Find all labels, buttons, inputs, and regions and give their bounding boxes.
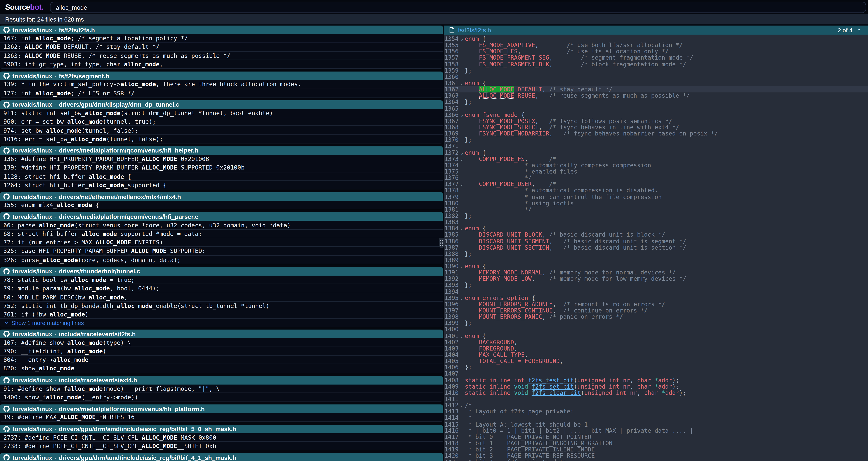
preview-file-link[interactable]: fs/f2fs/f2fs.h — [458, 27, 491, 33]
matching-line[interactable]: 761: if (!bw_alloc_mode) — [0, 310, 443, 319]
code-line: 1421 * bit 4- f2fs_private_data — [444, 459, 868, 461]
code-line: 1411 — [444, 396, 868, 402]
fold-chevron-icon[interactable]: ⌄ — [459, 36, 465, 42]
file-header[interactable]: torvalds/linux·include/trace/events/f2fs… — [0, 330, 443, 338]
matching-line[interactable]: 3903: int gc_type, int type, char alloc_… — [0, 60, 443, 69]
matching-line[interactable]: 974: set_bw_alloc_mode(tunnel, false); — [0, 126, 443, 135]
file-header[interactable]: torvalds/linux·drivers/media/platform/qc… — [0, 146, 443, 155]
code-text: ALLOC_MODE_REUSE, /* reuse segments as m… — [465, 93, 868, 99]
line-number: 1404 — [444, 352, 459, 358]
sourcebot-logo[interactable]: Sourcebot. — [5, 3, 43, 11]
matching-line[interactable]: 155: enum mlx4_alloc_mode { — [0, 201, 443, 209]
file-header[interactable]: torvalds/linux·drivers/gpu/drm/amd/inclu… — [0, 425, 443, 433]
matching-line[interactable]: 72: if (num_entries > MAX_ALLOC_MODE_ENT… — [0, 238, 443, 247]
matching-line[interactable]: 790: __field(int, alloc_mode) — [0, 347, 443, 355]
file-header[interactable]: torvalds/linux·drivers/media/platform/qc… — [0, 405, 443, 413]
code-line: 1371 — [444, 143, 868, 149]
file-header[interactable]: torvalds/linux·drivers/thunderbolt/tunne… — [0, 267, 443, 276]
code-line: 1374 * automatically compress compressio… — [444, 162, 868, 168]
code-line: 1419 * bit 2 PAGE_PRIVATE_INLINE_INODE — [444, 446, 868, 453]
fold-gutter — [459, 345, 465, 352]
code-text: MEMORY_MODE_LOW, /* memory mode for low … — [465, 276, 868, 282]
matching-line[interactable]: 752: static int tb_dp_bandwidth_alloc_mo… — [0, 302, 443, 310]
fold-chevron-icon[interactable]: ⌄ — [459, 156, 465, 162]
path-separator: · — [55, 26, 57, 33]
file-header[interactable]: torvalds/linux·drivers/media/platform/qc… — [0, 212, 443, 221]
fold-chevron-icon[interactable]: ⌄ — [459, 149, 465, 156]
show-more-link[interactable]: Show 1 more matching lines — [0, 319, 443, 327]
matching-line[interactable]: 820: show_alloc_mode — [0, 364, 443, 373]
code-line: 1363 ALLOC_MODE_REUSE, /* reuse segments… — [444, 93, 868, 99]
file-header[interactable]: torvalds/linux·include/trace/events/ext4… — [0, 376, 443, 384]
matching-line[interactable]: 1363: ALLOC_MODE_REUSE, /* reuse segment… — [0, 51, 443, 60]
fold-gutter — [459, 320, 465, 326]
code-viewport[interactable]: 1354⌄enum {1355 FS_MODE_ADAPTIVE, /* use… — [444, 34, 868, 461]
matching-line[interactable]: 1362: ALLOC_MODE_DEFAULT, /* stay defaul… — [0, 43, 443, 51]
matching-line[interactable]: 1400: show_falloc_mode(__entry->mode)) — [0, 393, 443, 402]
matching-line[interactable]: 1016: err = set_bw_alloc_mode(tunnel, fa… — [0, 135, 443, 143]
fold-gutter — [459, 93, 465, 99]
panel-resize-handle[interactable] — [439, 238, 444, 248]
matching-line[interactable]: 66: parse_alloc_mode(struct venus_core *… — [0, 221, 443, 230]
matching-line[interactable]: 326: parse_alloc_mode(core, codecs, doma… — [0, 256, 443, 264]
matching-line[interactable]: 139: * In the victim_sel_policy->alloc_m… — [0, 80, 443, 89]
matching-line[interactable]: 91: #define show_falloc_mode(mode) __pri… — [0, 384, 443, 393]
line-number: 1409 — [444, 383, 459, 390]
file-header[interactable]: torvalds/linux·drivers/gpu/drm/display/d… — [0, 100, 443, 109]
matching-line[interactable]: 804: __entry->alloc_mode — [0, 355, 443, 364]
fold-chevron-icon[interactable]: ⌄ — [459, 80, 465, 86]
fold-chevron-icon[interactable]: ⌄ — [459, 263, 465, 269]
fold-gutter — [459, 257, 465, 263]
file-header[interactable]: torvalds/linux·drivers/gpu/drm/amd/inclu… — [0, 453, 443, 461]
fold-chevron-icon[interactable]: ⌄ — [459, 181, 465, 187]
matching-line[interactable]: 2737: #define PCIE_CI_CNTL__CI_SLV_CPL_A… — [0, 433, 443, 442]
code-text — [465, 219, 868, 225]
matching-line[interactable]: 2738: #define PCIE_CI_CNTL__CI_SLV_CPL_A… — [0, 442, 443, 451]
repo-name: torvalds/linux — [12, 405, 52, 412]
matching-line[interactable]: 68: struct hfi_buffer_alloc_mode_support… — [0, 230, 443, 238]
matching-line[interactable]: 139: #define HFI_PROPERTY_PARAM_BUFFER_A… — [0, 164, 443, 172]
matching-line[interactable]: 1264: struct hfi_buffer_alloc_mode_suppo… — [0, 181, 443, 190]
fold-gutter — [459, 371, 465, 377]
code-text: ALLOC_MODE_DEFAULT, /* stay default */ — [465, 86, 868, 93]
previous-match-button[interactable]: ↑ — [856, 27, 863, 33]
next-match-button[interactable]: ↓ — [866, 27, 868, 33]
code-text: MOUNT_ERRORS_PANIC, /* panic on errors *… — [465, 314, 868, 320]
matching-line[interactable]: 78: static bool bw_alloc_mode = true; — [0, 276, 443, 284]
file-header[interactable]: torvalds/linux·fs/f2fs/f2fs.h — [0, 26, 443, 34]
file-header[interactable]: torvalds/linux·drivers/net/ethernet/mell… — [0, 192, 443, 201]
fold-gutter — [459, 339, 465, 345]
fold-chevron-icon[interactable]: ⌄ — [459, 295, 465, 301]
code-line: 1409static inline void f2fs_set_bit(unsi… — [444, 383, 868, 390]
matching-line[interactable]: 79: module_param(bw_alloc_mode, bool, 04… — [0, 284, 443, 293]
repo-name: torvalds/linux — [12, 101, 52, 108]
repo-name: torvalds/linux — [12, 425, 52, 432]
line-number: 1363 — [444, 93, 459, 99]
matching-line[interactable]: 911: static int set_bw_alloc_mode(struct… — [0, 109, 443, 117]
matching-line[interactable]: 325: case HFI_PROPERTY_PARAM_BUFFER_ALLO… — [0, 247, 443, 256]
line-number: 1355 — [444, 42, 459, 48]
code-text: enum { — [465, 263, 868, 269]
matching-line[interactable]: 167: int alloc_mode; /* segment allocati… — [0, 34, 443, 43]
matching-line[interactable]: 136: #define HFI_PROPERTY_PARAM_BUFFER_A… — [0, 155, 443, 164]
matching-line[interactable]: 80: MODULE_PARM_DESC(bw_alloc_mode, — [0, 293, 443, 302]
matching-line[interactable]: 1128: struct hfi_buffer_alloc_mode { — [0, 172, 443, 181]
app-window: Sourcebot. ⚙ Results for: 24 files in 62… — [0, 0, 868, 461]
fold-chevron-icon[interactable]: ⌄ — [459, 333, 465, 339]
fold-chevron-icon[interactable]: ⌄ — [459, 225, 465, 232]
line-number: 1389 — [444, 257, 459, 263]
code-text: }; — [465, 67, 868, 74]
fold-chevron-icon[interactable]: ⌄ — [459, 402, 465, 408]
matching-line[interactable]: 19: #define MAX_ALLOC_MODE_ENTRIES 16 — [0, 413, 443, 422]
file-path: drivers/gpu/drm/amd/include/asic_reg/bif… — [59, 425, 237, 432]
code-text: static inline void f2fs_clear_bit(unsign… — [465, 390, 868, 396]
matching-line[interactable]: 107: #define show_alloc_mode(type) \ — [0, 338, 443, 347]
matching-line[interactable]: 177: int alloc_mode; /* LFS or SSR */ — [0, 89, 443, 97]
search-results-panel[interactable]: torvalds/linux·fs/f2fs/f2fs.h167: int al… — [0, 26, 443, 461]
code-text: * automatical compression is disabled. — [465, 188, 868, 194]
search-input[interactable] — [50, 1, 866, 13]
fold-gutter — [459, 74, 465, 80]
matching-line[interactable]: 960: err = set_bw_alloc_mode(tunnel, tru… — [0, 117, 443, 126]
file-header[interactable]: torvalds/linux·fs/f2fs/segment.h — [0, 71, 443, 80]
fold-chevron-icon[interactable]: ⌄ — [459, 112, 465, 118]
